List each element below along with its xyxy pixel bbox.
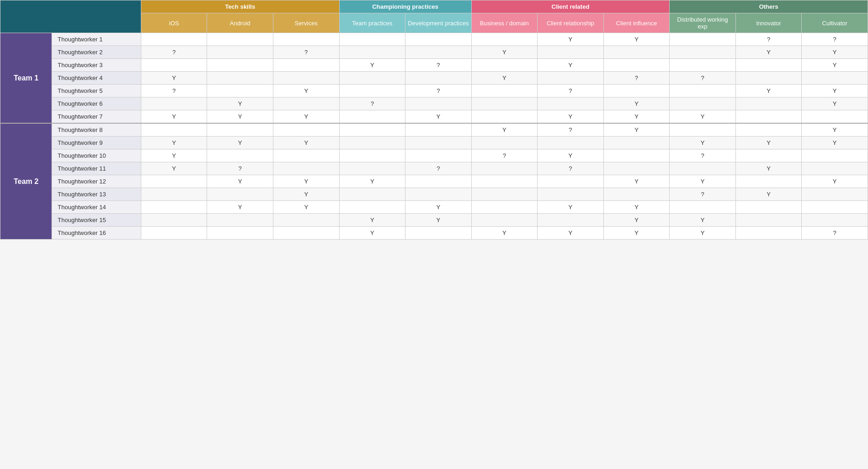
skill-cell: Y	[802, 85, 868, 97]
skill-cell	[735, 59, 802, 72]
skills-matrix-table: Tech skillsChampioning practicesClient r…	[0, 0, 868, 240]
team-label: Team 2	[0, 123, 52, 240]
skill-cell: Y	[735, 46, 802, 59]
skill-cell	[670, 59, 736, 72]
skill-cell: Y	[538, 59, 604, 72]
sub-header: Business / domain	[471, 13, 538, 33]
member-name: Thoughtworker 12	[52, 175, 141, 188]
skill-cell	[471, 162, 538, 175]
skill-cell: Y	[670, 175, 736, 188]
skill-cell: Y	[802, 59, 868, 72]
skill-cell	[339, 33, 405, 46]
skill-cell	[735, 123, 802, 137]
table-row: Thoughtworker 14YYYYY	[0, 201, 868, 214]
skill-cell	[141, 97, 207, 110]
skill-cell	[405, 97, 472, 110]
sub-header: Development practices	[405, 13, 472, 33]
skill-cell	[141, 214, 207, 227]
member-name: Thoughtworker 9	[52, 137, 141, 149]
skill-cell: Y	[471, 72, 538, 85]
skill-cell	[802, 72, 868, 85]
member-name: Thoughtworker 16	[52, 227, 141, 240]
skill-cell	[207, 123, 273, 137]
skill-cell: Y	[207, 175, 273, 188]
skill-cell	[538, 175, 604, 188]
skill-cell: Y	[273, 175, 339, 188]
member-name: Thoughtworker 4	[52, 72, 141, 85]
skill-cell: ?	[603, 72, 670, 85]
skill-cell: Y	[339, 214, 405, 227]
table-row: Thoughtworker 4YY??	[0, 72, 868, 85]
skill-cell: ?	[339, 97, 405, 110]
skill-cell	[339, 110, 405, 124]
sub-header: Innovator	[735, 13, 802, 33]
skill-cell	[735, 227, 802, 240]
skill-cell: Y	[141, 137, 207, 149]
skill-cell: Y	[141, 72, 207, 85]
skill-cell: Y	[603, 175, 670, 188]
skill-cell	[538, 97, 604, 110]
skill-cell: ?	[273, 46, 339, 59]
skill-cell: Y	[538, 110, 604, 124]
skill-cell	[207, 59, 273, 72]
skill-cell: Y	[471, 46, 538, 59]
skill-cell: Y	[538, 149, 604, 162]
skill-cell: Y	[339, 227, 405, 240]
skill-cell: ?	[538, 85, 604, 97]
skill-cell	[339, 162, 405, 175]
skill-cell	[207, 72, 273, 85]
skill-cell: Y	[735, 137, 802, 149]
skill-cell	[603, 188, 670, 201]
skill-cell	[670, 201, 736, 214]
skill-cell: Y	[603, 201, 670, 214]
skill-cell	[273, 33, 339, 46]
skill-cell	[273, 162, 339, 175]
member-name: Thoughtworker 15	[52, 214, 141, 227]
skill-cell: ?	[405, 59, 472, 72]
skill-cell: Y	[141, 110, 207, 124]
table-row: Thoughtworker 9YYYYYY	[0, 137, 868, 149]
member-name: Thoughtworker 1	[52, 33, 141, 46]
skill-cell	[405, 175, 472, 188]
skill-cell: Y	[471, 227, 538, 240]
skill-cell	[405, 46, 472, 59]
skill-cell	[603, 149, 670, 162]
sub-header: Client influence	[603, 13, 670, 33]
table-row: Team 2Thoughtworker 8Y?YY	[0, 123, 868, 137]
table-row: Thoughtworker 16YYYYY?	[0, 227, 868, 240]
skill-cell	[471, 214, 538, 227]
skill-cell	[141, 201, 207, 214]
skill-cell	[802, 162, 868, 175]
skill-cell: Y	[273, 110, 339, 124]
skill-cell	[471, 110, 538, 124]
table-row: Thoughtworker 12YYYYYY	[0, 175, 868, 188]
skill-cell	[471, 85, 538, 97]
skill-cell	[207, 46, 273, 59]
skill-cell	[405, 227, 472, 240]
table-row: Thoughtworker 2??YYY	[0, 46, 868, 59]
skill-cell: Y	[670, 227, 736, 240]
skill-cell	[141, 59, 207, 72]
skill-cell: Y	[670, 214, 736, 227]
skill-cell	[207, 149, 273, 162]
sub-header: Services	[273, 13, 339, 33]
team-label: Team 1	[0, 33, 52, 124]
table-wrapper: Tech skillsChampioning practicesClient r…	[0, 0, 868, 240]
skill-cell	[339, 72, 405, 85]
table-row: Thoughtworker 10Y?Y?	[0, 149, 868, 162]
skill-cell	[603, 85, 670, 97]
skill-cell: ?	[471, 149, 538, 162]
skill-cell: Y	[273, 85, 339, 97]
skill-cell: Y	[802, 97, 868, 110]
skill-cell: Y	[207, 137, 273, 149]
skill-cell	[339, 137, 405, 149]
group-header: Others	[670, 0, 868, 13]
skill-cell	[603, 46, 670, 59]
table-row: Thoughtworker 11Y???Y	[0, 162, 868, 175]
skill-cell	[471, 33, 538, 46]
skill-cell	[471, 201, 538, 214]
skill-cell	[273, 214, 339, 227]
skill-cell: Y	[603, 97, 670, 110]
member-name: Thoughtworker 8	[52, 123, 141, 137]
skill-cell: Y	[538, 33, 604, 46]
